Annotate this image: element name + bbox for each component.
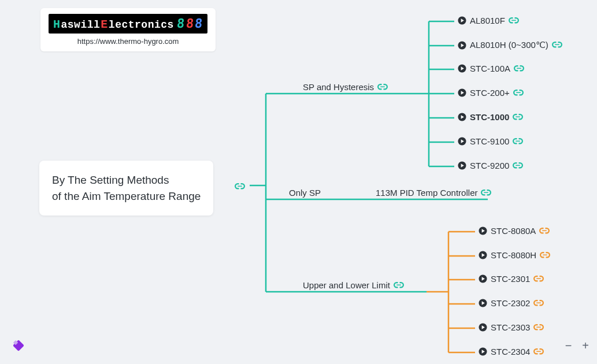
root-title-line1: By The Setting Methods	[52, 172, 201, 188]
link-icon[interactable]	[394, 281, 404, 289]
link-icon[interactable]	[513, 113, 523, 121]
play-icon	[458, 161, 466, 170]
play-icon	[458, 137, 466, 146]
branch-label: Upper and Lower Limit	[303, 280, 390, 290]
brand-url[interactable]: https://www.thermo-hygro.com	[49, 37, 207, 46]
leaf-label: STC-9100	[470, 136, 509, 146]
leaf-label: AL8010H (0~300℃)	[470, 40, 548, 50]
play-icon	[458, 64, 466, 73]
play-icon	[458, 16, 466, 25]
leaf-stc-2301[interactable]: STC-2301	[479, 274, 544, 284]
leaf-label: STC-8080A	[491, 226, 536, 236]
link-icon[interactable]	[552, 41, 562, 49]
link-icon[interactable]	[481, 189, 491, 197]
link-icon[interactable]	[377, 83, 388, 91]
leaf-label: STC-9200	[470, 161, 509, 170]
leaf-label: STC-200+	[470, 88, 510, 98]
leaf-stc-2302[interactable]: STC-2302	[479, 298, 544, 308]
leaf-label: 113M PID Temp Controller	[376, 188, 477, 198]
link-icon[interactable]	[514, 65, 524, 73]
brand-logo: HaswillElectronics 888	[49, 14, 207, 34]
leaf-label: STC-2301	[491, 274, 530, 284]
leaf-stc-200-[interactable]: STC-200+	[458, 88, 524, 98]
zoom-out-button[interactable]: −	[565, 339, 572, 352]
play-icon	[458, 113, 466, 121]
root-node[interactable]: By The Setting Methods of the Aim Temper…	[39, 161, 213, 216]
zoom-controls: − +	[565, 339, 589, 352]
link-icon[interactable]	[539, 227, 550, 235]
leaf-label: AL8010F	[470, 16, 505, 25]
play-icon	[479, 226, 487, 235]
leaf-al8010h-0-300-[interactable]: AL8010H (0~300℃)	[458, 40, 562, 50]
leaf-label: STC-2303	[491, 322, 530, 332]
logo-card: HaswillElectronics 888 https://www.therm…	[40, 8, 216, 51]
link-icon[interactable]	[513, 89, 524, 97]
link-icon[interactable]	[509, 17, 519, 25]
leaf-pid-controller[interactable]: 113M PID Temp Controller	[376, 188, 491, 198]
root-title-line2: of the Aim Temperature Range	[52, 188, 201, 205]
leaf-label: STC-8080H	[491, 250, 536, 260]
branch-sp-hysteresis[interactable]: SP and Hysteresis	[303, 82, 388, 92]
leaf-al8010f[interactable]: AL8010F	[458, 16, 519, 25]
link-icon[interactable]	[235, 183, 245, 191]
link-icon[interactable]	[513, 138, 523, 146]
play-icon	[479, 323, 487, 332]
app-logo-icon[interactable]	[12, 339, 25, 352]
leaf-label: STC-2304	[491, 347, 530, 356]
link-icon[interactable]	[513, 162, 523, 170]
branch-upper-lower-limit[interactable]: Upper and Lower Limit	[303, 280, 404, 290]
link-icon[interactable]	[533, 299, 544, 307]
leaf-stc-100a[interactable]: STC-100A	[458, 64, 524, 73]
leaf-stc-9100[interactable]: STC-9100	[458, 136, 523, 146]
leaf-stc-8080a[interactable]: STC-8080A	[479, 226, 550, 236]
link-icon[interactable]	[533, 348, 544, 356]
leaf-label: STC-100A	[470, 64, 510, 73]
leaf-stc-2304[interactable]: STC-2304	[479, 347, 544, 356]
play-icon	[479, 299, 487, 307]
link-icon[interactable]	[533, 324, 544, 332]
branch-only-sp[interactable]: Only SP	[289, 188, 321, 198]
play-icon	[458, 88, 466, 97]
zoom-in-button[interactable]: +	[582, 339, 589, 352]
leaf-label: STC-1000	[470, 112, 509, 122]
branch-label: SP and Hysteresis	[303, 82, 374, 92]
link-icon[interactable]	[540, 251, 550, 259]
leaf-stc-2303[interactable]: STC-2303	[479, 322, 544, 332]
branch-label: Only SP	[289, 188, 321, 198]
leaf-stc-9200[interactable]: STC-9200	[458, 161, 523, 170]
play-icon	[479, 274, 487, 283]
play-icon	[479, 251, 487, 259]
leaf-stc-1000[interactable]: STC-1000	[458, 112, 523, 122]
leaf-label: STC-2302	[491, 298, 530, 308]
play-icon	[458, 41, 466, 50]
play-icon	[479, 347, 487, 356]
leaf-stc-8080h[interactable]: STC-8080H	[479, 250, 550, 260]
link-icon[interactable]	[533, 275, 544, 283]
